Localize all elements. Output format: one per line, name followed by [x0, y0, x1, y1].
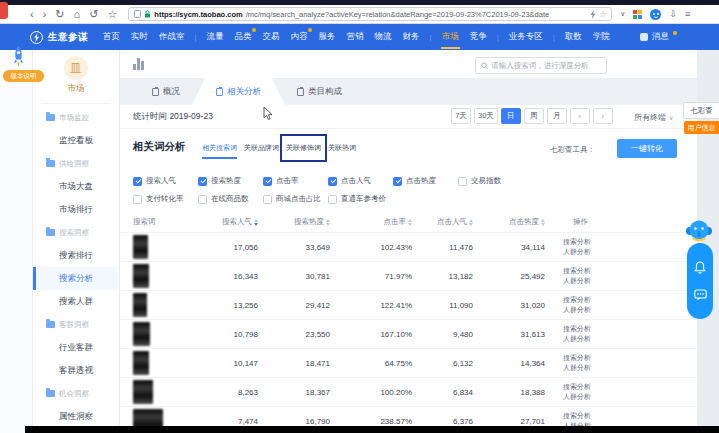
history-icon[interactable]: ↺ [89, 9, 98, 20]
checkbox[interactable] [263, 195, 272, 204]
service-mascot-icon[interactable] [684, 218, 714, 244]
user-info-button[interactable]: 用户信息 [684, 121, 719, 134]
nav-item-交易[interactable]: 交易 [262, 25, 281, 49]
nav-item-财务[interactable]: 财务 [402, 25, 421, 49]
metric-在线商品数[interactable]: 在线商品数 [198, 194, 263, 204]
search-input[interactable] [491, 61, 601, 70]
nav-item-市场[interactable]: 市场 [441, 25, 460, 49]
reload-icon[interactable]: ↻ [55, 9, 64, 20]
metric-支付转化率[interactable]: 支付转化率 [133, 194, 198, 204]
subtab-关联品牌词[interactable]: 关联品牌词 [244, 143, 279, 157]
column-header-点击热度[interactable]: 点击热度 [473, 217, 545, 227]
metric-点击人气[interactable]: 点击人气 [328, 176, 393, 186]
nav-item-流量[interactable]: 流量 [206, 25, 225, 49]
sidebar-item-监控看板[interactable]: 监控看板 [33, 129, 119, 152]
tab-概况[interactable]: 概况 [140, 78, 192, 105]
tab-类目构成[interactable]: 类目构成 [285, 78, 354, 105]
checkbox[interactable] [328, 177, 337, 186]
star-save-icon[interactable]: ☆ [599, 10, 606, 19]
metric-点击热度[interactable]: 点击热度 [393, 176, 458, 186]
back-icon[interactable]: ‹ [30, 9, 34, 20]
messages-entry[interactable]: 消息 [640, 24, 677, 50]
version-badge[interactable]: 版本说明 [3, 70, 44, 82]
subtab-关联热词[interactable]: 关联热词 [328, 143, 356, 157]
bookmark-star-icon[interactable]: ☆ [107, 9, 117, 20]
checkbox[interactable] [458, 177, 467, 186]
action-link-搜索分析[interactable]: 搜索分析 [563, 237, 697, 247]
forward-icon[interactable]: › [43, 9, 47, 20]
range-button-周[interactable]: 周 [524, 108, 544, 124]
url-bar[interactable]: https://sycm.taobao.com/mc/mq/search_ana… [128, 7, 612, 21]
flash-icon[interactable] [590, 10, 596, 19]
tab-相关分析[interactable]: 相关分析 [192, 78, 285, 105]
nav-item-服务[interactable]: 服务 [318, 25, 337, 49]
nav-item-品类[interactable]: 品类 [234, 25, 253, 49]
nav-item-取数[interactable]: 取数 [564, 25, 583, 49]
sidebar-item-搜索分析[interactable]: 搜索分析 [33, 267, 119, 290]
sidebar-item-客群透视[interactable]: 客群透视 [33, 359, 119, 382]
action-link-人群分析[interactable]: 人群分析 [563, 363, 697, 373]
browser-menu-icon[interactable]: ≡ [685, 9, 690, 19]
action-link-人群分析[interactable]: 人群分析 [563, 392, 697, 402]
metric-点击率[interactable]: 点击率 [263, 176, 328, 186]
action-link-搜索分析[interactable]: 搜索分析 [563, 266, 697, 276]
checkbox[interactable] [328, 195, 337, 204]
keyword-search-box[interactable] [475, 57, 607, 74]
sidebar-item-市场排行[interactable]: 市场排行 [33, 198, 119, 221]
range-button-日[interactable]: 日 [501, 108, 521, 124]
action-link-搜索分析[interactable]: 搜索分析 [563, 324, 697, 334]
column-header-搜索人气[interactable]: 搜索人气 [180, 217, 258, 227]
subtab-相关搜索词[interactable]: 相关搜索词 [202, 143, 237, 157]
bell-icon[interactable] [694, 261, 706, 274]
metric-搜索人气[interactable]: 搜索人气 [133, 176, 198, 186]
nav-item-物流[interactable]: 物流 [374, 25, 393, 49]
checkbox[interactable] [263, 177, 272, 186]
action-link-人群分析[interactable]: 人群分析 [563, 305, 697, 315]
nav-item-实时[interactable]: 实时 [130, 25, 149, 49]
metric-搜索热度[interactable]: 搜索热度 [198, 176, 263, 186]
range-button-7天[interactable]: 7天 [451, 108, 471, 124]
action-link-人群分析[interactable]: 人群分析 [563, 276, 697, 286]
terminal-filter[interactable]: 所有终端∨ [634, 112, 673, 123]
sidebar-item-属性洞察[interactable]: 属性洞察 [33, 405, 119, 428]
one-key-convert-button[interactable]: 一键转化 [617, 139, 677, 158]
range-button-月[interactable]: 月 [547, 108, 567, 124]
sidebar-item-市场大盘[interactable]: 市场大盘 [33, 175, 119, 198]
checkbox[interactable] [133, 195, 142, 204]
nav-item-内容[interactable]: 内容 [290, 25, 309, 49]
column-header-搜索热度[interactable]: 搜索热度 [258, 217, 330, 227]
nav-item-学院[interactable]: 学院 [592, 25, 611, 49]
sidebar-item-行业客群[interactable]: 行业客群 [33, 336, 119, 359]
download-icon[interactable]: ⇩ [669, 9, 677, 19]
nav-item-作战室[interactable]: 作战室 [158, 25, 186, 49]
action-link-搜索分析[interactable]: 搜索分析 [563, 382, 697, 392]
pager-prev-button[interactable]: ‹ [570, 108, 590, 124]
checkbox[interactable] [198, 177, 207, 186]
checkbox[interactable] [198, 195, 207, 204]
nav-item-营销[interactable]: 营销 [346, 25, 365, 49]
column-header-点击率[interactable]: 点击率 [330, 217, 412, 227]
nav-item-业务专区[interactable]: 业务专区 [508, 25, 544, 49]
action-link-搜索分析[interactable]: 搜索分析 [563, 411, 697, 421]
messenger-icon[interactable] [650, 9, 661, 20]
metric-商城点击占比[interactable]: 商城点击占比 [263, 194, 328, 204]
column-header-点击人气[interactable]: 点击人气 [412, 217, 473, 227]
qicai-side-tab[interactable]: 七彩查 [683, 102, 719, 119]
checkbox[interactable] [133, 177, 142, 186]
action-link-搜索分析[interactable]: 搜索分析 [563, 353, 697, 363]
nav-item-竞争[interactable]: 竞争 [469, 25, 488, 49]
home-icon[interactable]: ⌂ [74, 9, 81, 20]
action-link-人群分析[interactable]: 人群分析 [563, 334, 697, 344]
rocket-icon[interactable] [11, 45, 26, 69]
chevron-down-icon[interactable]: ∨ [620, 10, 625, 18]
metric-直通车参考价[interactable]: 直通车参考价 [328, 194, 393, 204]
chat-icon[interactable] [694, 289, 707, 301]
range-button-30天[interactable]: 30天 [474, 108, 498, 124]
brand[interactable]: 生意参谋 [30, 31, 88, 44]
sidebar-item-搜索人群[interactable]: 搜索人群 [33, 290, 119, 313]
subtab-关联修饰词[interactable]: 关联修饰词 [286, 143, 321, 157]
checkbox[interactable] [393, 177, 402, 186]
action-link-人群分析[interactable]: 人群分析 [563, 247, 697, 257]
metric-交易指数[interactable]: 交易指数 [458, 176, 523, 186]
pager-next-button[interactable]: › [593, 108, 613, 124]
